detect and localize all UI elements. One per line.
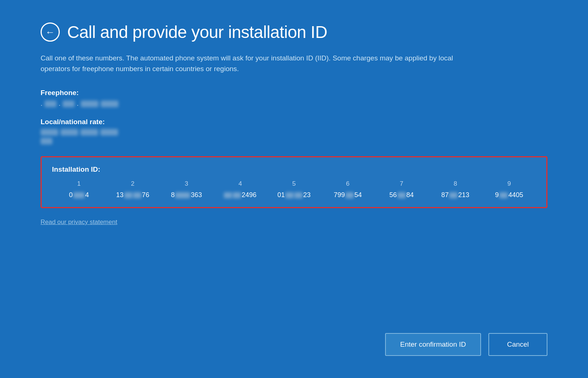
id-blur-7a	[398, 192, 406, 198]
footer-buttons: Enter confirmation ID Cancel	[41, 322, 547, 356]
id-blur-9a	[499, 192, 508, 198]
id-blur-4b	[233, 192, 241, 198]
id-segment-1: 0 4	[52, 191, 106, 199]
id-col-6: 6	[321, 180, 375, 188]
id-col-5: 5	[267, 180, 321, 188]
enter-confirmation-button[interactable]: Enter confirmation ID	[385, 333, 481, 356]
freephone-blur-3	[81, 101, 98, 107]
id-blur-4a	[224, 192, 232, 198]
local-blur-5	[41, 138, 52, 144]
id-col-1: 1	[52, 180, 106, 188]
id-blur-5a	[286, 192, 294, 198]
id-blur-1a	[73, 192, 84, 198]
id-segment-3: 8 363	[160, 191, 214, 199]
id-segment-7: 56 84	[375, 191, 429, 199]
local-blur-4	[100, 129, 118, 136]
id-values-row: 0 4 13 76 8 363	[52, 191, 536, 199]
id-blur-2b	[133, 192, 141, 198]
id-segment-2: 13 76	[106, 191, 160, 199]
freephone-number: . . .	[41, 100, 547, 108]
id-blur-3a	[175, 192, 190, 198]
id-col-9: 9	[482, 180, 536, 188]
installation-id-label: Installation ID:	[52, 165, 536, 174]
page-container: ← Call and provide your installation ID …	[0, 0, 588, 378]
freephone-blur-1	[45, 101, 56, 107]
local-blur-1	[41, 129, 58, 136]
id-segment-8: 87 213	[428, 191, 482, 199]
freephone-dot1: .	[41, 100, 42, 108]
local-blur-3	[80, 129, 98, 136]
freephone-dot2: .	[59, 100, 60, 108]
id-segment-6: 799 54	[321, 191, 375, 199]
id-blur-2a	[124, 192, 132, 198]
local-blur-2	[60, 129, 78, 136]
id-segment-9: 9 4405	[482, 191, 536, 199]
id-blur-6a	[346, 192, 354, 198]
id-col-8: 8	[428, 180, 482, 188]
id-col-4: 4	[213, 180, 267, 188]
id-blur-8a	[449, 192, 457, 198]
freephone-section: Freephone: . . .	[41, 89, 547, 108]
id-segment-5: 01 23	[267, 191, 321, 199]
freephone-blur-4	[101, 101, 118, 107]
id-col-3: 3	[160, 180, 214, 188]
id-segment-4: 2496	[213, 191, 267, 199]
id-blur-5b	[294, 192, 302, 198]
privacy-link[interactable]: Read our privacy statement	[41, 218, 117, 225]
page-title: Call and provide your installation ID	[67, 22, 327, 42]
cancel-button[interactable]: Cancel	[488, 333, 547, 356]
local-rate-label: Local/national rate:	[41, 118, 547, 126]
header: ← Call and provide your installation ID …	[41, 22, 547, 89]
freephone-dot3: .	[77, 100, 79, 108]
id-columns: 1 2 3 4 5 6 7 8 9	[52, 180, 536, 188]
local-rate-number	[41, 129, 547, 136]
id-col-7: 7	[375, 180, 429, 188]
freephone-label: Freephone:	[41, 89, 547, 97]
description: Call one of these numbers. The automated…	[41, 53, 483, 74]
id-col-2: 2	[106, 180, 160, 188]
installation-id-box: Installation ID: 1 2 3 4 5 6 7 8 9 0 4	[41, 156, 547, 208]
local-rate-section: Local/national rate:	[41, 118, 547, 146]
local-rate-second-line	[41, 138, 547, 146]
content-area: Freephone: . . . Local/national rate:	[41, 89, 547, 322]
back-icon: ←	[45, 27, 55, 38]
back-button[interactable]: ←	[41, 22, 60, 42]
freephone-blur-2	[63, 101, 75, 107]
